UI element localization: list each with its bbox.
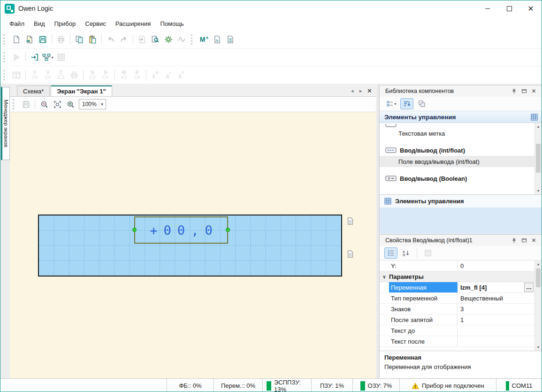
open-document-button[interactable] <box>23 33 36 46</box>
scroll-down-icon[interactable]: ▼ <box>535 344 542 351</box>
property-row-digits[interactable]: Знаков 3 <box>380 304 542 315</box>
device-display[interactable]: +00,0 <box>38 215 342 277</box>
property-value[interactable]: Вещественный <box>458 293 542 303</box>
resize-handle-right[interactable] <box>226 228 230 232</box>
insert-io-int-button[interactable]: V <box>28 69 41 82</box>
scroll-up-icon[interactable]: ▲ <box>535 123 542 130</box>
library-item-text-label[interactable]: Текстовая метка <box>380 128 542 139</box>
menu-view[interactable]: Вид <box>30 18 49 29</box>
screen-manager-tab[interactable]: Менеджер экранов <box>1 87 10 160</box>
insert-combo-button[interactable]: C <box>54 69 68 82</box>
redo-button[interactable] <box>117 33 130 46</box>
upload-to-device-button[interactable] <box>136 33 149 46</box>
function-editor-button[interactable]: fx <box>211 33 224 46</box>
collapse-all-button[interactable] <box>415 98 428 109</box>
library-group-io-boolean[interactable]: Ввод/вывод (Boolean) <box>380 173 542 184</box>
sort-descending-button[interactable] <box>400 98 413 109</box>
screen-row2-script-button[interactable] <box>346 249 354 259</box>
property-value[interactable] <box>458 336 542 346</box>
property-pages-button[interactable] <box>421 246 435 260</box>
scrollbar-thumb[interactable] <box>536 269 541 287</box>
property-category-params[interactable]: ∨ Параметры <box>380 271 542 282</box>
toolbar-grip[interactable] <box>3 34 8 45</box>
tab-close-icon[interactable]: ✕ <box>367 87 372 94</box>
io-int-float-element[interactable]: +00,0 <box>134 216 228 244</box>
property-row-variable[interactable]: Переменная Izm_fl [4] … <box>380 282 542 293</box>
convert-to-float-button[interactable]: →FX <box>175 69 188 82</box>
insert-stack-button[interactable] <box>68 69 81 82</box>
property-row-decimals[interactable]: После запятой 1 <box>380 315 542 325</box>
screen-row1-script-button[interactable] <box>346 216 354 226</box>
property-value[interactable]: 0 <box>458 261 542 271</box>
scroll-down-icon[interactable]: ▼ <box>535 187 542 194</box>
insert-n1-button[interactable]: N <box>86 69 99 82</box>
zoom-caret-icon[interactable]: ▾ <box>98 102 106 107</box>
property-value[interactable]: 3 <box>458 304 542 314</box>
toolbar-grip[interactable] <box>3 70 8 80</box>
save-button[interactable] <box>36 33 49 46</box>
read-from-device-button[interactable] <box>149 33 162 46</box>
simulator-keypad-button[interactable] <box>54 51 68 64</box>
toolbar-grip[interactable] <box>3 52 8 62</box>
category-grid-icon[interactable] <box>531 114 538 121</box>
run-simulation-button[interactable] <box>10 51 23 64</box>
property-value[interactable]: Izm_fl [4] … <box>458 282 542 292</box>
alphabetical-sort-button[interactable]: АЯ <box>399 247 412 259</box>
connect-device-button[interactable] <box>28 51 41 64</box>
paste-button[interactable] <box>86 33 99 46</box>
zoom-in-button[interactable] <box>64 98 77 111</box>
library-item-field-int-float[interactable]: Поле ввода/вывода (int/float) <box>380 156 542 167</box>
properties-close-button[interactable]: ✕ <box>529 236 539 245</box>
macro-button[interactable]: M+ <box>198 33 211 46</box>
network-settings-button[interactable]: ▾ <box>41 51 54 64</box>
library-scrollbar[interactable]: ▲ ▼ <box>534 123 542 194</box>
variable-picker-button[interactable]: … <box>524 283 534 292</box>
status-device-connection[interactable]: Прибор не подключен <box>399 379 496 392</box>
status-com-port[interactable]: COM11 <box>496 379 542 392</box>
device-settings-button[interactable] <box>162 33 175 46</box>
close-button[interactable]: ✕ <box>520 0 542 16</box>
property-row-text-after[interactable]: Текст после <box>380 336 542 347</box>
scrollbar-thumb[interactable] <box>536 144 541 173</box>
library-group-io-int-float[interactable]: Ввод/вывод (int/float) <box>380 145 542 156</box>
menu-extensions[interactable]: Расширения <box>111 18 155 29</box>
tab-schema[interactable]: Схема* <box>17 85 50 96</box>
maximize-button[interactable] <box>498 0 520 16</box>
screen-canvas[interactable]: +00,0 <box>10 112 376 378</box>
convert-to-bool-button[interactable]: →BX <box>149 69 162 82</box>
print-button[interactable] <box>54 33 68 46</box>
menu-file[interactable]: Файл <box>5 18 29 29</box>
library-footer-category[interactable]: Элементы управления <box>380 194 542 208</box>
property-row-text-before[interactable]: Текст до <box>380 325 542 336</box>
window-position-button[interactable] <box>519 236 529 245</box>
library-close-button[interactable]: ✕ <box>529 87 539 95</box>
zoom-out-button[interactable] <box>38 98 51 111</box>
insert-write-var-button[interactable]: W <box>117 69 130 82</box>
menu-help[interactable]: Помощь <box>156 18 188 29</box>
tab-screen1[interactable]: Экран "Экран 1" <box>51 85 112 96</box>
fit-to-screen-button[interactable] <box>51 98 64 111</box>
insert-read-var-button[interactable]: R <box>130 69 144 82</box>
save-screen-button[interactable] <box>19 98 32 111</box>
zoom-select[interactable]: 100% ▾ <box>79 99 106 109</box>
categorized-view-button[interactable] <box>384 247 397 259</box>
resize-handle-left[interactable] <box>132 228 137 232</box>
convert-to-int-button[interactable]: →IX <box>162 69 175 82</box>
minimize-button[interactable]: ─ <box>477 0 498 16</box>
new-document-button[interactable] <box>10 33 23 46</box>
property-value[interactable]: 1 <box>458 315 542 325</box>
tab-next-icon[interactable]: ► <box>359 89 363 93</box>
pin-button[interactable] <box>509 236 519 245</box>
device-monitor-button[interactable] <box>175 33 188 46</box>
group-by-button[interactable]: ▾ <box>384 98 398 109</box>
insert-n2-button[interactable]: N <box>99 69 112 82</box>
pin-button[interactable] <box>509 87 519 95</box>
insert-text-label-button[interactable]: A <box>10 69 23 82</box>
scroll-up-icon[interactable]: ▲ <box>535 261 542 268</box>
toolbar-grip[interactable] <box>13 99 17 109</box>
window-position-button[interactable] <box>519 87 529 95</box>
menu-device[interactable]: Прибор <box>50 18 80 29</box>
library-manager-button[interactable] <box>224 33 237 46</box>
insert-io-int2-button[interactable]: V <box>41 69 54 82</box>
properties-scrollbar[interactable]: ▲ ▼ <box>534 261 542 351</box>
